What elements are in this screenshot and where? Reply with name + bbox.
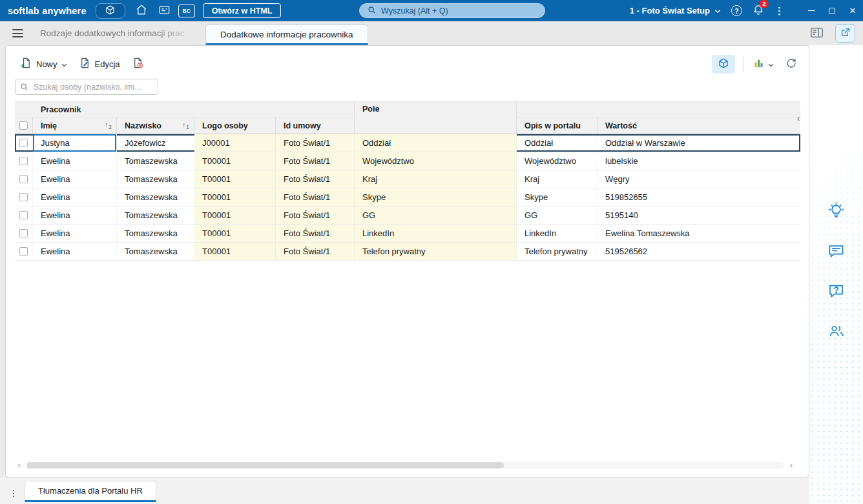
cell-opis-w-portalu[interactable]: LinkedIn	[517, 225, 598, 242]
help-button[interactable]: ?	[731, 5, 742, 16]
minimize-button[interactable]	[801, 0, 822, 21]
cell-logo-osoby[interactable]: J00001	[194, 134, 276, 152]
cell-imie[interactable]: Justyna	[33, 134, 117, 152]
share-button[interactable]	[835, 24, 855, 43]
cell-id-umowy[interactable]: Foto Świat/1	[276, 188, 355, 206]
row-checkbox-cell[interactable]	[15, 134, 33, 152]
preview-panel-button[interactable]	[810, 26, 824, 41]
cell-logo-osoby[interactable]: T00001	[194, 243, 276, 260]
row-checkbox[interactable]	[19, 211, 28, 219]
cell-pole[interactable]: Telefon prywatny	[355, 243, 517, 260]
new-button[interactable]: Nowy	[15, 54, 72, 74]
row-checkbox[interactable]	[19, 193, 28, 201]
cell-wartosc[interactable]: Oddział w Warszawie	[598, 134, 789, 152]
cell-wartosc[interactable]: 5195140	[598, 207, 789, 224]
column-header-wartosc[interactable]: Wartość	[598, 117, 789, 134]
tab-dodatkowe-informacje[interactable]: Dodatkowe informacje pracownika	[205, 25, 368, 45]
menu-button[interactable]	[8, 25, 27, 42]
maximize-button[interactable]	[822, 0, 842, 21]
refresh-button[interactable]	[785, 57, 797, 71]
cell-id-umowy[interactable]: Foto Świat/1	[276, 207, 355, 224]
row-checkbox-cell[interactable]	[15, 243, 33, 260]
cell-nazwisko[interactable]: Józefowicz	[117, 134, 194, 152]
open-in-html-button[interactable]: Otwórz w HTML	[203, 3, 282, 18]
cell-logo-osoby[interactable]: T00001	[194, 152, 276, 170]
cell-id-umowy[interactable]: Foto Świat/1	[276, 243, 355, 260]
cell-logo-osoby[interactable]: T00001	[194, 188, 276, 206]
scrollbar-thumb[interactable]	[26, 462, 504, 469]
select-all-cell[interactable]	[15, 117, 33, 134]
tab-tlumaczenia[interactable]: Tłumaczenia dla Portalu HR	[25, 481, 156, 502]
row-checkbox[interactable]	[19, 229, 28, 237]
delete-button[interactable]	[127, 54, 149, 74]
cell-opis-w-portalu[interactable]: Skype	[517, 188, 598, 206]
column-header-logo-osoby[interactable]: Logo osoby	[194, 117, 276, 134]
scroll-right-icon[interactable]: ›	[788, 461, 795, 469]
table-row[interactable]: Ewelina Tomaszewska T00001 Foto Świat/1 …	[15, 188, 800, 207]
card-view-button[interactable]	[712, 55, 735, 74]
cell-nazwisko[interactable]: Tomaszewska	[117, 207, 194, 224]
cell-pole[interactable]: Województwo	[355, 152, 517, 170]
company-selector[interactable]: 1 - Foto Świat Setup	[630, 6, 721, 15]
cell-opis-w-portalu[interactable]: Kraj	[517, 170, 598, 188]
cell-pole[interactable]: LinkedIn	[355, 225, 517, 242]
column-header-nazwisko[interactable]: Nazwisko ↑1	[117, 117, 194, 134]
collapse-columns-icon[interactable]: ‹	[789, 102, 800, 134]
home-button[interactable]	[132, 2, 151, 20]
help-chat-button[interactable]	[826, 281, 847, 302]
cell-pole[interactable]: Skype	[355, 188, 517, 206]
cell-wartosc[interactable]: 519526562	[598, 243, 789, 260]
person-search-input[interactable]	[15, 79, 158, 95]
cell-imie[interactable]: Ewelina	[33, 170, 117, 188]
cell-id-umowy[interactable]: Foto Świat/1	[276, 152, 355, 170]
table-row[interactable]: Ewelina Tomaszewska T00001 Foto Świat/1 …	[15, 243, 800, 261]
cell-opis-w-portalu[interactable]: Oddział	[517, 134, 598, 152]
row-checkbox[interactable]	[19, 157, 28, 165]
cell-imie[interactable]: Ewelina	[33, 188, 117, 206]
scroll-left-icon[interactable]: ‹	[16, 461, 23, 469]
cell-wartosc[interactable]: lubelskie	[598, 152, 789, 170]
cell-id-umowy[interactable]: Foto Świat/1	[276, 225, 355, 242]
cell-logo-osoby[interactable]: T00001	[194, 225, 276, 242]
cell-imie[interactable]: Ewelina	[33, 207, 117, 224]
row-checkbox-cell[interactable]	[15, 170, 33, 188]
row-checkbox[interactable]	[19, 139, 28, 147]
column-header-id-umowy[interactable]: Id umowy	[276, 117, 355, 134]
table-row[interactable]: Ewelina Tomaszewska T00001 Foto Świat/1 …	[15, 152, 800, 170]
tab-rodzaje-informacji[interactable]: Rodzaje dodatkowych informacji prac	[36, 28, 202, 38]
column-header-opis-w-portalu[interactable]: Opis w portalu	[517, 117, 598, 134]
table-row[interactable]: Ewelina Tomaszewska T00001 Foto Świat/1 …	[15, 225, 800, 243]
table-row[interactable]: Justyna Józefowicz J00001 Foto Świat/1 O…	[15, 134, 800, 152]
cell-nazwisko[interactable]: Tomaszewska	[117, 225, 194, 242]
cell-logo-osoby[interactable]: T00001	[194, 207, 276, 224]
table-row[interactable]: Ewelina Tomaszewska T00001 Foto Świat/1 …	[15, 207, 800, 225]
feedback-button[interactable]	[826, 241, 847, 262]
more-options-button[interactable]: ⋮	[775, 5, 784, 17]
cell-opis-w-portalu[interactable]: Telefon prywatny	[517, 243, 598, 260]
edit-button[interactable]: Edycja	[74, 54, 125, 74]
row-checkbox-cell[interactable]	[15, 225, 33, 242]
scrollbar-track[interactable]	[26, 462, 784, 469]
chart-view-button[interactable]	[753, 57, 774, 71]
row-checkbox[interactable]	[19, 247, 28, 256]
cell-opis-w-portalu[interactable]: GG	[517, 207, 598, 224]
cell-wartosc[interactable]: 519852655	[598, 188, 789, 206]
close-button[interactable]: ✕	[842, 0, 863, 21]
cell-nazwisko[interactable]: Tomaszewska	[117, 188, 194, 206]
cell-id-umowy[interactable]: Foto Świat/1	[276, 170, 355, 188]
bottom-more-options-button[interactable]: ⋮	[6, 482, 21, 504]
cell-logo-osoby[interactable]: T00001	[194, 170, 276, 188]
cell-opis-w-portalu[interactable]: Województwo	[517, 152, 598, 170]
suggestions-button[interactable]	[826, 201, 847, 222]
cell-nazwisko[interactable]: Tomaszewska	[117, 170, 194, 188]
notifications-button[interactable]: 2	[753, 4, 764, 18]
row-checkbox-cell[interactable]	[15, 188, 33, 206]
bc-button[interactable]: BC	[178, 5, 195, 17]
cell-pole[interactable]: GG	[355, 207, 517, 224]
cell-pole[interactable]: Kraj	[355, 170, 517, 188]
select-all-checkbox[interactable]	[19, 121, 28, 130]
row-checkbox-cell[interactable]	[15, 207, 33, 224]
column-header-imie[interactable]: Imię ↑2	[33, 117, 117, 134]
table-row[interactable]: Ewelina Tomaszewska T00001 Foto Świat/1 …	[15, 170, 800, 188]
cell-id-umowy[interactable]: Foto Świat/1	[276, 134, 355, 152]
